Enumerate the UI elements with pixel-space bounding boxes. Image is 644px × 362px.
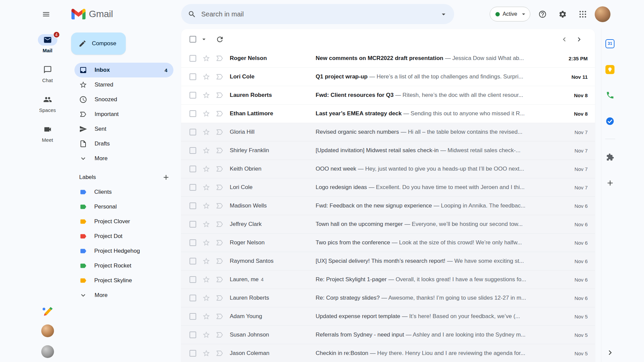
account-avatar[interactable]	[595, 6, 610, 22]
email-row[interactable]: Shirley Franklin [Updated invitation] Mi…	[181, 141, 595, 160]
star-icon[interactable]	[200, 183, 213, 191]
row-checkbox[interactable]	[190, 110, 196, 117]
row-checkbox[interactable]	[190, 331, 196, 338]
sidebar-item-sent[interactable]: Sent	[74, 122, 173, 136]
email-row[interactable]: Ethan Lattimore Last year’s EMEA strateg…	[181, 105, 595, 123]
star-icon[interactable]	[200, 91, 213, 99]
sidebar-item-more[interactable]: More	[74, 151, 173, 166]
newer-page-button[interactable]	[557, 32, 572, 47]
star-icon[interactable]	[200, 349, 213, 357]
important-marker-icon[interactable]	[213, 91, 226, 100]
important-marker-icon[interactable]	[213, 257, 226, 265]
settings-gear-icon[interactable]	[554, 6, 571, 22]
sidebar-item-inbox[interactable]: Inbox 4	[74, 63, 173, 77]
row-checkbox[interactable]	[190, 276, 196, 283]
email-row[interactable]: Lauren Roberts Fwd: Client resources for…	[181, 86, 595, 105]
addons-icon[interactable]	[602, 149, 618, 165]
sidebar-item-starred[interactable]: Starred	[74, 77, 173, 92]
keep-icon[interactable]	[602, 61, 618, 77]
row-checkbox[interactable]	[190, 184, 196, 191]
important-marker-icon[interactable]	[213, 220, 226, 229]
important-marker-icon[interactable]	[213, 146, 226, 155]
important-marker-icon[interactable]	[213, 201, 226, 210]
important-marker-icon[interactable]	[213, 349, 226, 358]
important-marker-icon[interactable]	[213, 330, 226, 339]
email-row[interactable]: Keith Obrien OOO next week— Hey, just wa…	[181, 160, 595, 178]
search-icon[interactable]	[184, 6, 200, 22]
select-all-checkbox[interactable]	[190, 36, 196, 43]
older-page-button[interactable]	[572, 32, 586, 47]
important-marker-icon[interactable]	[213, 72, 226, 81]
create-label-button[interactable]	[159, 171, 173, 184]
sidebar-item-drafts[interactable]: Drafts	[74, 136, 173, 151]
labels-more[interactable]: More	[74, 288, 173, 303]
email-row[interactable]: Roger Nelson Two pics from the conferenc…	[181, 234, 595, 252]
row-checkbox[interactable]	[190, 313, 196, 320]
important-marker-icon[interactable]	[213, 109, 226, 118]
row-checkbox[interactable]	[190, 258, 196, 264]
star-icon[interactable]	[200, 146, 213, 155]
profile-avatar-2[interactable]	[41, 345, 54, 358]
email-row[interactable]: Lori Cole Q1 project wrap-up— Here’s a l…	[181, 68, 595, 86]
important-marker-icon[interactable]	[213, 312, 226, 321]
email-row[interactable]: Roger Nelson New comments on MCR2022 dra…	[181, 49, 595, 68]
tasks-icon[interactable]	[602, 113, 618, 129]
rail-item-chat[interactable]: Chat	[38, 64, 57, 83]
add-panel-app-icon[interactable]	[602, 175, 618, 191]
sidebar-label[interactable]: Clients	[74, 185, 173, 199]
search-input[interactable]	[200, 4, 435, 24]
row-checkbox[interactable]	[190, 129, 196, 135]
compose-button[interactable]: Compose	[71, 33, 126, 55]
row-checkbox[interactable]	[190, 350, 196, 357]
star-icon[interactable]	[200, 331, 213, 339]
panel-expand-chevron[interactable]	[602, 345, 618, 361]
status-selector[interactable]: Active	[490, 7, 530, 21]
row-checkbox[interactable]	[190, 239, 196, 246]
sidebar-item-important[interactable]: Important	[74, 107, 173, 122]
row-checkbox[interactable]	[190, 202, 196, 209]
star-icon[interactable]	[200, 312, 213, 320]
star-icon[interactable]	[200, 110, 213, 118]
search-options-icon[interactable]	[435, 6, 451, 22]
important-marker-icon[interactable]	[213, 275, 226, 284]
star-icon[interactable]	[200, 276, 213, 284]
important-marker-icon[interactable]	[213, 238, 226, 247]
important-marker-icon[interactable]	[213, 183, 226, 192]
sidebar-item-snoozed[interactable]: Snoozed	[74, 92, 173, 107]
email-row[interactable]: Madison Wells Fwd: Feedback on the new s…	[181, 197, 595, 215]
rail-item-mail[interactable]: 4 Mail	[38, 34, 57, 53]
google-apps-icon[interactable]	[575, 6, 591, 22]
email-row[interactable]: Adam Young Updated expense report templa…	[181, 307, 595, 326]
profile-avatar-1[interactable]	[41, 324, 54, 337]
star-icon[interactable]	[200, 202, 213, 210]
calendar-icon[interactable]: 31	[602, 36, 618, 52]
star-icon[interactable]	[200, 220, 213, 228]
refresh-button[interactable]	[212, 32, 227, 47]
email-row[interactable]: Gloria Hill Revised organic search numbe…	[181, 123, 595, 141]
sidebar-label[interactable]: Project Skyline	[74, 273, 173, 288]
email-row[interactable]: Lauren, me 4 Re: Project Skylight 1-page…	[181, 270, 595, 289]
row-checkbox[interactable]	[190, 92, 196, 99]
star-icon[interactable]	[200, 128, 213, 136]
voice-icon[interactable]	[602, 87, 618, 103]
select-dropdown[interactable]	[200, 33, 208, 46]
important-marker-icon[interactable]	[213, 128, 226, 136]
star-icon[interactable]	[200, 257, 213, 265]
rail-item-meet[interactable]: Meet	[38, 124, 57, 143]
star-icon[interactable]	[200, 73, 213, 81]
row-checkbox[interactable]	[190, 295, 196, 301]
row-checkbox[interactable]	[190, 221, 196, 228]
email-row[interactable]: Jeffrey Clark Town hall on the upcoming …	[181, 215, 595, 234]
star-icon[interactable]	[200, 294, 213, 302]
rail-item-spaces[interactable]: Spaces	[38, 94, 57, 113]
important-marker-icon[interactable]	[213, 294, 226, 302]
sidebar-label[interactable]: Project Hedgehog	[74, 244, 173, 258]
star-icon[interactable]	[200, 165, 213, 173]
email-row[interactable]: Lori Cole Logo redesign ideas— Excellent…	[181, 178, 595, 197]
important-marker-icon[interactable]	[213, 165, 226, 173]
star-icon[interactable]	[200, 239, 213, 247]
sidebar-label[interactable]: Project Clover	[74, 214, 173, 229]
row-checkbox[interactable]	[190, 166, 196, 172]
sidebar-label[interactable]: Project Dot	[74, 229, 173, 244]
sidebar-label[interactable]: Personal	[74, 199, 173, 214]
